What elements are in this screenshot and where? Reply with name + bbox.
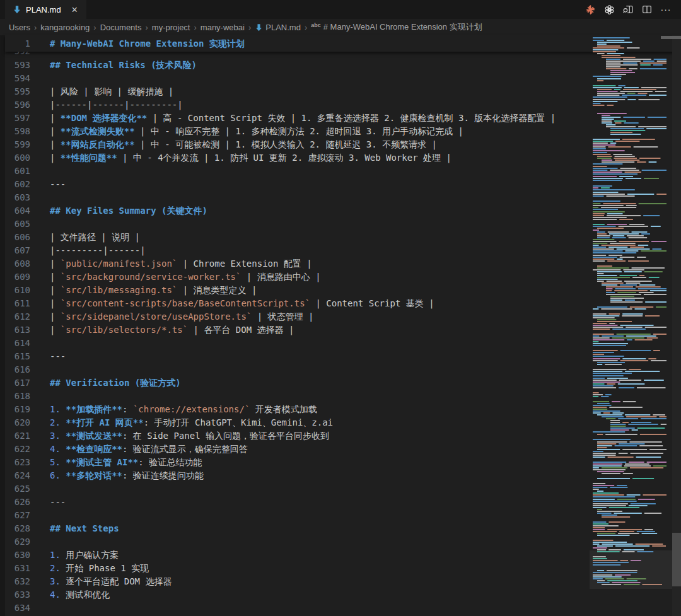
code-segment: | 消息类型定义 | <box>177 285 257 295</box>
code-line-625[interactable]: 625 <box>5 482 681 496</box>
close-tab-icon[interactable]: ✕ <box>69 4 80 15</box>
editor-pane[interactable]: 1 # Many-WebAI Chrome Extension 实现计划 592… <box>5 35 681 616</box>
line-number: 599 <box>5 138 30 151</box>
code-segment: | 中 - 4个并发流 | 1. 防抖 UI 更新 2. 虚拟滚动 3. Web… <box>117 153 451 163</box>
code-line-629[interactable]: 629 <box>5 535 681 549</box>
more-actions-icon[interactable]: ··· <box>660 3 672 16</box>
sticky-scroll-line[interactable]: 1 # Many-WebAI Chrome Extension 实现计划 <box>5 35 681 52</box>
line-number: 625 <box>5 482 30 496</box>
line-number: 592 <box>5 52 30 58</box>
scrollbar-track[interactable] <box>672 35 681 616</box>
breadcrumb-separator-icon: › <box>34 23 37 32</box>
code-area[interactable]: 593## Technical Risks (技术风险)594595| 风险 |… <box>5 59 681 615</box>
code-line-599[interactable]: 599| **网站反自动化** | 中 - 可能被检测 | 1. 模拟人类输入 … <box>5 138 681 151</box>
breadcrumb-item[interactable]: many-webai <box>201 23 245 32</box>
code-line-608[interactable]: 608| `public/manifest.json` | Chrome Ext… <box>5 257 681 270</box>
code-line-604[interactable]: 604## Key Files Summary (关键文件) <box>5 204 681 218</box>
code-line-627[interactable]: 627 <box>5 509 681 522</box>
line-content: |------|------|---------| <box>50 98 183 112</box>
code-line-631[interactable]: 6312. 开始 Phase 1 实现 <box>5 562 681 575</box>
line-number: 624 <box>5 469 30 482</box>
code-line-594[interactable]: 594 <box>5 72 681 85</box>
breadcrumb-item[interactable]: Documents <box>100 23 142 32</box>
code-line-634[interactable]: 634 <box>5 601 681 615</box>
code-segment: 逐个平台适配 DOM 选择器 <box>66 576 172 586</box>
code-line-616[interactable]: 616 <box>5 363 681 376</box>
breadcrumb-label: Documents <box>100 23 142 32</box>
line-number: 605 <box>5 218 30 231</box>
code-segment: : 手动打开 ChatGPT、Kimi、Gemini、z.ai <box>144 417 333 427</box>
breadcrumb-label: many-webai <box>201 23 245 32</box>
code-line-613[interactable]: 613| `src/lib/selectors/*.ts` | 各平台 DOM … <box>5 323 681 337</box>
code-line-602[interactable]: 602--- <box>5 178 681 191</box>
code-line-593[interactable]: 593## Technical Risks (技术风险) <box>5 59 681 72</box>
code-segment: 开始 Phase 1 实现 <box>66 563 149 573</box>
code-line-607[interactable]: 607|---------|------| <box>5 244 681 257</box>
breadcrumb-item[interactable]: my-project <box>152 23 190 32</box>
code-segment: `src/lib/messaging.ts` <box>61 285 177 295</box>
code-line-598[interactable]: 598| **流式检测失败** | 中 - 响应不完整 | 1. 多种检测方法 … <box>5 125 681 138</box>
line-number: 595 <box>5 85 30 98</box>
scrollbar-thumb[interactable] <box>672 533 681 586</box>
code-line-615[interactable]: 615--- <box>5 350 681 363</box>
line-number: 629 <box>5 535 30 549</box>
line-content: 4. 测试和优化 <box>50 588 110 601</box>
code-segment: |---------|------| <box>50 245 146 255</box>
code-line-595[interactable]: 595| 风险 | 影响 | 缓解措施 | <box>5 85 681 98</box>
code-line-603[interactable]: 603 <box>5 191 681 204</box>
line-content: |---------|------| <box>50 244 146 257</box>
breadcrumb-item[interactable]: PLAN.md <box>255 23 301 32</box>
code-line-601[interactable]: 601 <box>5 165 681 178</box>
openai-icon[interactable] <box>603 3 615 16</box>
code-segment: | <box>50 285 61 295</box>
code-segment: `public/manifest.json` <box>61 259 177 269</box>
code-line-610[interactable]: 610| `src/lib/messaging.ts` | 消息类型定义 | <box>5 284 681 297</box>
breadcrumb-item[interactable]: abc# Many-WebAI Chrome Extension 实现计划 <box>311 21 482 33</box>
breadcrumb-item[interactable]: kangarooking <box>40 23 90 32</box>
code-segment: 2. <box>50 417 66 427</box>
sticky-heading-text: # Many-WebAI Chrome Extension 实现计划 <box>50 38 245 49</box>
code-line-596[interactable]: 596|------|------|---------| <box>5 98 681 112</box>
line-number: 631 <box>5 562 30 575</box>
overview-ruler-marker <box>661 36 681 39</box>
open-preview-side-icon[interactable] <box>622 3 634 16</box>
code-line-628[interactable]: 628## Next Steps <box>5 522 681 535</box>
code-line-633[interactable]: 6334. 测试和优化 <box>5 588 681 601</box>
code-line-605[interactable]: 605 <box>5 218 681 231</box>
code-line-597[interactable]: 597| **DOM 选择器变化** | 高 - Content Script … <box>5 112 681 125</box>
breadcrumb-item[interactable]: Users <box>9 23 30 32</box>
code-segment: **测试主管 AI** <box>66 457 138 467</box>
code-line-632[interactable]: 6323. 逐个平台适配 DOM 选择器 <box>5 575 681 588</box>
line-content: | `src/background/service-worker.ts` | 消… <box>50 270 321 284</box>
code-line-620[interactable]: 6202. **打开 AI 网页**: 手动打开 ChatGPT、Kimi、Ge… <box>5 416 681 429</box>
code-line-614[interactable]: 614 <box>5 337 681 350</box>
code-line-600[interactable]: 600| **性能问题** | 中 - 4个并发流 | 1. 防抖 UI 更新 … <box>5 151 681 165</box>
line-number: 600 <box>5 151 30 165</box>
line-number: 615 <box>5 350 30 363</box>
code-line-606[interactable]: 606| 文件路径 | 说明 | <box>5 231 681 244</box>
code-line-623[interactable]: 6235. **测试主管 AI**: 验证总结功能 <box>5 456 681 469</box>
code-line-617[interactable]: 617## Verification (验证方式) <box>5 376 681 390</box>
breadcrumb-separator-icon: › <box>145 23 148 32</box>
code-line-612[interactable]: 612| `src/sidepanel/store/useAppStore.ts… <box>5 310 681 323</box>
code-line-630[interactable]: 6301. 用户确认方案 <box>5 549 681 562</box>
split-editor-icon[interactable] <box>641 3 653 16</box>
code-line-609[interactable]: 609| `src/background/service-worker.ts` … <box>5 270 681 284</box>
code-segment: `src/background/service-worker.ts` <box>61 272 242 282</box>
line-number: 610 <box>5 284 30 297</box>
code-line-624[interactable]: 6246. **多轮对话**: 验证连续提问功能 <box>5 469 681 482</box>
code-segment: ## Key Files Summary (关键文件) <box>50 206 207 216</box>
line-number: 613 <box>5 323 30 337</box>
minimap[interactable] <box>590 36 672 589</box>
claude-icon[interactable] <box>584 3 597 16</box>
code-segment: **流式检测失败** <box>61 126 135 136</box>
code-line-621[interactable]: 6213. **测试发送**: 在 Side Panel 输入问题，验证各平台同… <box>5 429 681 443</box>
code-line-622[interactable]: 6224. **检查响应**: 验证流式显示，确保完整回答 <box>5 443 681 456</box>
code-line-618[interactable]: 618 <box>5 390 681 403</box>
code-line-626[interactable]: 626--- <box>5 496 681 509</box>
code-line-611[interactable]: 611| `src/content-scripts/base/BaseConte… <box>5 297 681 310</box>
line-content: ## Verification (验证方式) <box>50 376 181 390</box>
tab-plan-md[interactable]: PLAN.md ✕ <box>5 0 86 19</box>
line-number: 620 <box>5 416 30 429</box>
code-line-619[interactable]: 6191. **加载插件**: `chrome://extensions/` 开… <box>5 403 681 416</box>
